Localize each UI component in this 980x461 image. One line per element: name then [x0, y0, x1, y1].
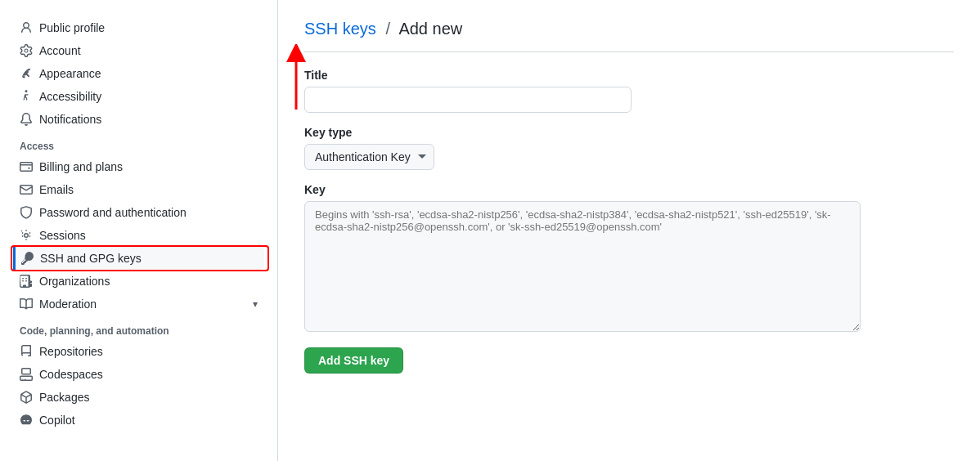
paintbrush-icon — [20, 67, 33, 80]
sidebar: Public profile Account Appearance Access… — [0, 0, 278, 461]
gear-icon — [20, 44, 33, 57]
key-icon — [20, 252, 34, 265]
keytype-group: Key type Authentication Key Signing Key — [304, 126, 954, 170]
sidebar-item-copilot[interactable]: Copilot — [13, 409, 264, 432]
chevron-down-icon: ▾ — [253, 298, 258, 310]
sidebar-label-public-profile: Public profile — [39, 21, 258, 34]
header-divider — [304, 51, 954, 52]
key-group: Key — [304, 183, 954, 334]
sidebar-section-access: Access — [13, 131, 264, 155]
sidebar-label-organizations: Organizations — [39, 275, 258, 288]
breadcrumb-current: Add new — [398, 20, 462, 38]
package-icon — [20, 391, 33, 404]
sidebar-label-moderation: Moderation — [39, 298, 246, 311]
broadcast-icon — [20, 229, 33, 242]
breadcrumb-link[interactable]: SSH keys — [304, 20, 376, 38]
org-icon — [20, 275, 33, 288]
sidebar-label-repositories: Repositories — [39, 345, 258, 358]
key-textarea[interactable] — [304, 201, 861, 332]
add-ssh-key-button[interactable]: Add SSH key — [304, 347, 403, 374]
sidebar-label-codespaces: Codespaces — [39, 368, 258, 381]
breadcrumb: SSH keys / Add new — [304, 20, 954, 38]
breadcrumb-divider: / — [385, 20, 390, 38]
sidebar-item-appearance[interactable]: Appearance — [13, 62, 264, 85]
sidebar-item-emails[interactable]: Emails — [13, 178, 264, 201]
keytype-select[interactable]: Authentication Key Signing Key — [304, 144, 434, 170]
sidebar-label-emails: Emails — [39, 183, 258, 196]
sidebar-item-moderation[interactable]: Moderation ▾ — [13, 293, 264, 316]
sidebar-label-account: Account — [39, 44, 258, 57]
sidebar-label-notifications: Notifications — [39, 113, 258, 126]
copilot-icon — [20, 414, 33, 427]
sidebar-item-public-profile[interactable]: Public profile — [13, 16, 264, 39]
sidebar-label-password: Password and authentication — [39, 206, 258, 219]
moderation-icon — [20, 298, 33, 311]
title-label: Title — [304, 69, 954, 82]
sidebar-label-sessions: Sessions — [39, 229, 258, 242]
sidebar-item-sessions[interactable]: Sessions — [13, 224, 264, 247]
sidebar-item-organizations[interactable]: Organizations — [13, 270, 264, 293]
sidebar-item-packages[interactable]: Packages — [13, 386, 264, 409]
sidebar-item-accessibility[interactable]: Accessibility — [13, 85, 264, 108]
sidebar-item-ssh-gpg[interactable]: SSH and GPG keys — [13, 247, 264, 270]
sidebar-item-password[interactable]: Password and authentication — [13, 201, 264, 224]
credit-card-icon — [20, 160, 33, 173]
sidebar-label-appearance: Appearance — [39, 67, 258, 80]
person-icon — [20, 21, 33, 34]
mail-icon — [20, 183, 33, 196]
sidebar-label-billing: Billing and plans — [39, 160, 258, 173]
sidebar-label-packages: Packages — [39, 391, 258, 404]
title-input[interactable] — [304, 87, 632, 113]
shield-icon — [20, 206, 33, 219]
main-content: SSH keys / Add new Title Key type — [278, 0, 980, 461]
sidebar-item-codespaces[interactable]: Codespaces — [13, 363, 264, 386]
bell-icon — [20, 113, 33, 126]
accessibility-icon — [20, 90, 33, 103]
keytype-label: Key type — [304, 126, 954, 139]
sidebar-label-copilot: Copilot — [39, 414, 258, 427]
codespaces-icon — [20, 368, 33, 381]
repo-icon — [20, 345, 33, 358]
page-header: SSH keys / Add new — [304, 20, 954, 38]
sidebar-section-code: Code, planning, and automation — [13, 316, 264, 340]
title-group: Title — [304, 69, 954, 113]
sidebar-item-account[interactable]: Account — [13, 39, 264, 62]
sidebar-item-billing[interactable]: Billing and plans — [13, 155, 264, 178]
sidebar-label-accessibility: Accessibility — [39, 90, 258, 103]
sidebar-item-repositories[interactable]: Repositories — [13, 340, 264, 363]
key-label: Key — [304, 183, 954, 196]
sidebar-label-ssh-gpg: SSH and GPG keys — [40, 252, 258, 265]
sidebar-item-notifications[interactable]: Notifications — [13, 108, 264, 131]
